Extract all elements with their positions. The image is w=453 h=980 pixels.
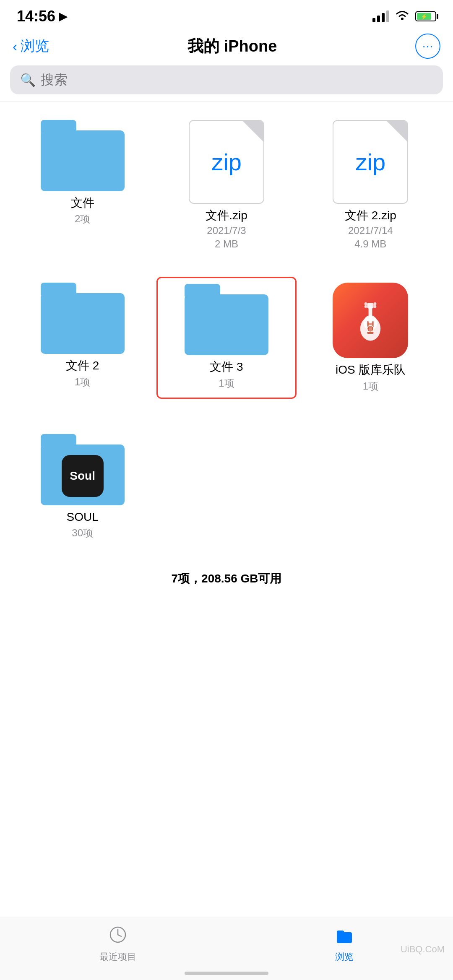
- file-name: iOS 版库乐队: [336, 362, 405, 377]
- file-name: 文件 3: [210, 359, 243, 374]
- search-bar-container: 🔍: [0, 65, 453, 101]
- file-meta: 1项: [75, 375, 90, 389]
- svg-point-10: [374, 302, 377, 305]
- file-name: 文件.zip: [206, 208, 247, 223]
- footer-count: 7项，: [172, 572, 202, 585]
- list-item[interactable]: 文件 2 1项: [13, 277, 152, 398]
- tab-browse-label: 浏览: [335, 951, 354, 963]
- zip-icon: zip: [333, 120, 408, 204]
- svg-point-11: [374, 305, 377, 308]
- signal-icon: [372, 10, 389, 22]
- file-meta: 30项: [72, 526, 93, 540]
- folder-icon: [41, 283, 125, 354]
- file-meta: 1项: [219, 377, 234, 390]
- status-bar: 14:56 ▶ ⚡: [0, 0, 453, 29]
- file-grid-row2: 文件 2 1项 文件 3 1项: [0, 268, 453, 411]
- svg-rect-18: [337, 932, 352, 943]
- list-item[interactable]: Soul SOUL 30项: [13, 428, 152, 546]
- file-meta: 2021/7/14: [348, 225, 393, 237]
- svg-point-0: [401, 18, 404, 20]
- soul-app-label: Soul: [70, 469, 95, 483]
- tab-browse[interactable]: 浏览: [335, 925, 354, 963]
- file-grid-row3: Soul SOUL 30项: [0, 411, 453, 558]
- file-name: SOUL: [67, 509, 99, 525]
- folder-icon: [41, 120, 125, 191]
- status-icons: ⚡: [372, 9, 436, 24]
- file-name: 文件 2.zip: [345, 208, 396, 223]
- list-item[interactable]: 文件 2项: [13, 114, 152, 256]
- file-name: 文件 2: [66, 358, 99, 373]
- tab-recents-label: 最近项目: [99, 951, 136, 963]
- file-size: 4.9 MB: [354, 238, 386, 250]
- file-meta: 1项: [363, 380, 378, 393]
- home-indicator: [185, 972, 268, 975]
- list-item[interactable]: zip 文件 2.zip 2021/7/14 4.9 MB: [301, 114, 440, 256]
- list-item[interactable]: zip 文件.zip 2021/7/3 2 MB: [156, 114, 296, 256]
- footer-info: 7项，208.56 GB可用: [0, 558, 453, 599]
- tab-bar: 最近项目 浏览: [0, 917, 453, 980]
- nav-back-button[interactable]: ‹ 浏览: [13, 36, 49, 56]
- nav-title: 我的 iPhone: [187, 36, 277, 57]
- chevron-left-icon: ‹: [13, 38, 17, 55]
- tab-recents[interactable]: 最近项目: [99, 925, 136, 963]
- file-name: 文件: [71, 195, 94, 211]
- list-item[interactable]: 文件 3 1项: [156, 277, 296, 398]
- search-icon: 🔍: [20, 73, 36, 87]
- file-size: 2 MB: [215, 238, 238, 250]
- soul-folder-icon: Soul: [41, 434, 125, 505]
- file-grid-row1: 文件 2项 zip 文件.zip 2021/7/3 2 MB zip 文件 2.…: [0, 101, 453, 268]
- garageband-icon: [333, 283, 408, 358]
- battery-icon: ⚡: [415, 11, 436, 21]
- svg-point-9: [364, 305, 367, 308]
- file-meta: 2项: [75, 212, 90, 226]
- location-icon: ▶: [59, 10, 67, 23]
- nav-bar: ‹ 浏览 我的 iPhone ···: [0, 29, 453, 65]
- recents-icon: [109, 925, 127, 948]
- svg-line-17: [118, 935, 121, 936]
- footer-storage: 208.56 GB可用: [201, 572, 281, 585]
- list-item[interactable]: iOS 版库乐队 1项: [301, 277, 440, 398]
- search-bar[interactable]: 🔍: [10, 65, 443, 94]
- nav-back-label: 浏览: [21, 36, 49, 56]
- browse-icon: [335, 925, 354, 948]
- soul-app-icon: Soul: [62, 455, 104, 497]
- more-button[interactable]: ···: [415, 34, 440, 59]
- zip-label: zip: [356, 148, 386, 176]
- status-time: 14:56 ▶: [17, 8, 67, 25]
- watermark: UiBQ.CoM: [401, 944, 445, 955]
- file-meta: 2021/7/3: [207, 225, 246, 237]
- svg-point-8: [364, 302, 367, 305]
- folder-icon: [185, 284, 268, 355]
- more-icon: ···: [422, 39, 433, 53]
- search-input[interactable]: [41, 72, 433, 88]
- footer-text: 7项，208.56 GB可用: [172, 572, 282, 585]
- zip-icon: zip: [189, 120, 264, 204]
- time-display: 14:56: [17, 8, 55, 25]
- svg-rect-5: [367, 332, 374, 334]
- zip-label: zip: [211, 148, 242, 176]
- wifi-icon: [395, 9, 409, 24]
